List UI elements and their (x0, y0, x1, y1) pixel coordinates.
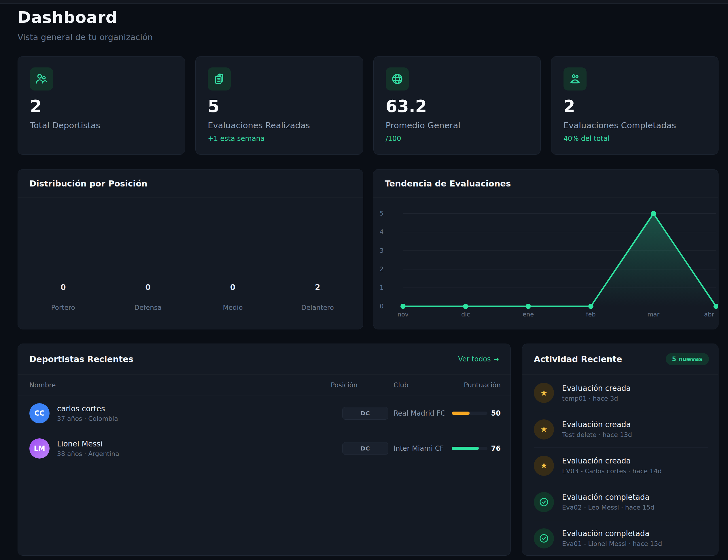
distribution-label: Medio (191, 304, 275, 311)
charts-row: Distribución por Posición 0 Portero 0 De… (18, 169, 718, 329)
stat-subtext: +1 esta semana (208, 135, 350, 143)
distribution-col-portero: 0 Portero (21, 283, 105, 311)
distribution-label: Delantero (275, 304, 360, 311)
stat-card-promedio-general: 63.2 Promedio General /100 (373, 56, 541, 155)
svg-text:3: 3 (379, 247, 383, 254)
recent-activity-header: Actividad Reciente 5 nuevas (522, 344, 718, 375)
distribution-value: 0 (21, 283, 105, 292)
svg-text:ene: ene (522, 311, 533, 318)
list-item: ★ Evaluación creada Test delete · hace 1… (534, 411, 708, 447)
trend-chart-svg: 012345novdicenefebmarabr (373, 198, 718, 330)
athletes-table-header-row: Nombre Posición Club Puntuación (18, 375, 510, 395)
score-bar-track (452, 412, 487, 415)
trend-line-chart: 012345novdicenefebmarabr (373, 198, 718, 329)
stat-card-evaluaciones-completadas: 2 Evaluaciones Completadas 40% del total (551, 56, 718, 155)
users-group-icon (563, 67, 586, 90)
activity-title: Evaluación completada (562, 493, 655, 501)
svg-text:mar: mar (647, 311, 659, 318)
stat-label: Evaluaciones Completadas (563, 120, 706, 130)
recent-athletes-title: Deportistas Recientes (29, 354, 133, 364)
distribution-title: Distribución por Posición (29, 179, 148, 188)
club-name: Real Madrid FC (388, 409, 452, 417)
score-bar-fill (452, 447, 479, 450)
score-bar-fill (452, 412, 469, 415)
avatar: CC (29, 403, 50, 423)
avatar: LM (29, 438, 50, 459)
recent-athletes-header: Deportistas Recientes Ver todos→ (18, 344, 510, 375)
trend-panel: Tendencia de Evaluaciones 012345novdicen… (373, 169, 719, 329)
col-header-puntuacion: Puntuación (452, 381, 501, 389)
score-bar-track (452, 447, 487, 450)
activity-title: Evaluación creada (562, 457, 662, 465)
stat-label: Promedio General (386, 120, 528, 130)
table-row[interactable]: LM Lionel Messi 38 años · Argentina DC I… (18, 431, 510, 466)
list-item: Evaluación completada Eva02 - Leo Messi … (534, 484, 708, 520)
activity-meta: EV03 - Carlos cortes · hace 14d (562, 467, 662, 475)
activity-meta: Eva02 - Leo Messi · hace 15d (562, 504, 655, 511)
svg-text:dic: dic (461, 311, 470, 318)
svg-text:1: 1 (379, 284, 383, 291)
recent-athletes-panel: Deportistas Recientes Ver todos→ Nombre … (18, 344, 511, 556)
stat-value: 63.2 (386, 98, 528, 115)
athlete-meta: 38 años · Argentina (57, 450, 119, 457)
stat-value: 2 (30, 98, 173, 115)
distribution-value: 2 (275, 283, 360, 292)
stat-card-evaluaciones-realizadas: 5 Evaluaciones Realizadas +1 esta semana (195, 56, 363, 155)
page-title: Dashboard (18, 8, 718, 27)
distribution-label: Defensa (105, 304, 190, 311)
distribution-col-defensa: 0 Defensa (105, 283, 190, 311)
page-subtitle: Vista general de tu organización (18, 32, 718, 42)
distribution-value: 0 (191, 283, 275, 292)
athlete-name: carlos cortes (57, 404, 118, 413)
distribution-col-medio: 0 Medio (191, 283, 275, 311)
distribution-label: Portero (21, 304, 105, 311)
trend-title: Tendencia de Evaluaciones (385, 179, 511, 188)
list-item: ★ Evaluación creada temp01 · hace 3d (534, 375, 708, 411)
distribution-panel: Distribución por Posición 0 Portero 0 De… (18, 169, 363, 329)
position-badge: DC (342, 407, 388, 420)
distribution-chart: 0 Portero 0 Defensa 0 Medio 2 Delantero (18, 198, 363, 329)
stat-value: 2 (563, 98, 706, 115)
score-value: 76 (491, 444, 501, 452)
stat-subtext: /100 (386, 135, 528, 143)
check-circle-icon (534, 492, 554, 512)
activity-title: Evaluación completada (562, 529, 662, 538)
check-circle-icon (534, 528, 554, 548)
svg-text:2: 2 (379, 266, 383, 273)
svg-text:feb: feb (586, 311, 596, 318)
top-edge-strip (0, 0, 728, 4)
svg-text:abr: abr (704, 311, 714, 318)
trend-panel-header: Tendencia de Evaluaciones (373, 169, 718, 198)
globe-icon (386, 67, 409, 90)
bottom-row: Deportistas Recientes Ver todos→ Nombre … (18, 344, 718, 556)
activity-list: ★ Evaluación creada temp01 · hace 3d ★ E… (522, 375, 718, 556)
stat-card-total-deportistas: 2 Total Deportistas (18, 56, 185, 155)
activity-meta: temp01 · hace 3d (562, 395, 631, 402)
star-icon: ★ (534, 419, 554, 440)
distribution-col-delantero: 2 Delantero (275, 283, 360, 311)
list-item: Evaluación completada Eva01 - Lionel Mes… (534, 520, 708, 556)
distribution-value: 0 (105, 283, 190, 292)
athlete-name: Lionel Messi (57, 440, 119, 448)
stat-label: Total Deportistas (30, 120, 173, 130)
list-item: ★ Evaluación creada EV03 - Carlos cortes… (534, 447, 708, 484)
svg-text:0: 0 (379, 303, 383, 310)
stat-value: 5 (208, 98, 350, 115)
activity-title: Evaluación creada (562, 384, 631, 393)
clipboard-list-icon (208, 67, 231, 90)
new-activity-badge: 5 nuevas (666, 353, 709, 365)
star-icon: ★ (534, 383, 554, 403)
arrow-right-icon: → (494, 356, 499, 363)
recent-activity-title: Actividad Reciente (534, 354, 622, 364)
ver-todos-link[interactable]: Ver todos→ (458, 355, 499, 363)
activity-title: Evaluación creada (562, 420, 632, 429)
ver-todos-label: Ver todos (458, 355, 491, 363)
club-name: Inter Miami CF (388, 444, 452, 452)
svg-text:5: 5 (379, 210, 383, 217)
stat-subtext: 40% del total (563, 135, 706, 143)
table-row[interactable]: CC carlos cortes 37 años · Colombia DC R… (18, 395, 510, 431)
athlete-meta: 37 años · Colombia (57, 415, 118, 422)
col-header-posicion: Posición (331, 381, 388, 389)
dashboard-page: Dashboard Vista general de tu organizaci… (0, 4, 728, 556)
stats-row: 2 Total Deportistas 5 Evaluaciones Reali… (18, 56, 718, 155)
